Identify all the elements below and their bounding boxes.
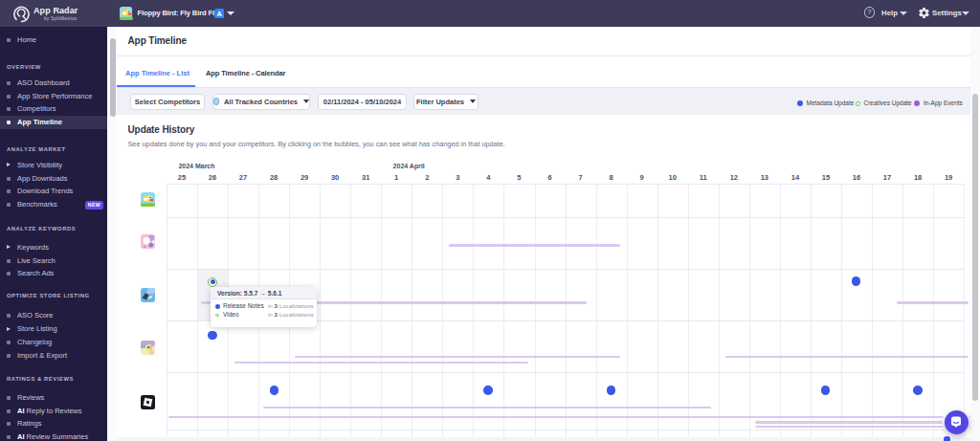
svg-text:A: A: [216, 9, 222, 17]
